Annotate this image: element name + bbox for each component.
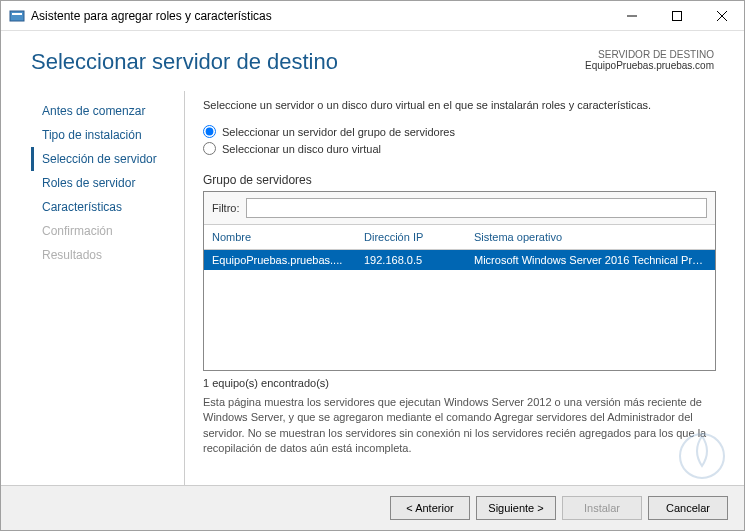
main-content: Seleccione un servidor o un disco duro v… <box>185 91 744 485</box>
body: Antes de comenzar Tipo de instalación Se… <box>1 83 744 485</box>
minimize-button[interactable] <box>609 1 654 31</box>
sidebar-item-before-begin[interactable]: Antes de comenzar <box>31 99 176 123</box>
column-ip[interactable]: Dirección IP <box>356 225 466 249</box>
sidebar-item-server-roles[interactable]: Roles de servidor <box>31 171 176 195</box>
table-row[interactable]: EquipoPruebas.pruebas.... 192.168.0.5 Mi… <box>204 250 715 270</box>
table-body: EquipoPruebas.pruebas.... 192.168.0.5 Mi… <box>204 250 715 370</box>
wizard-window: Asistente para agregar roles y caracterí… <box>0 0 745 531</box>
sidebar-item-features[interactable]: Características <box>31 195 176 219</box>
window-title: Asistente para agregar roles y caracterí… <box>31 9 609 23</box>
svg-rect-1 <box>12 13 22 15</box>
destination-label: SERVIDOR DE DESTINO <box>585 49 714 60</box>
radio-server-pool-label: Seleccionar un servidor del grupo de ser… <box>222 126 455 138</box>
header: Seleccionar servidor de destino SERVIDOR… <box>1 31 744 83</box>
next-button[interactable]: Siguiente > <box>476 496 556 520</box>
app-icon <box>9 8 25 24</box>
sidebar-item-confirmation: Confirmación <box>31 219 176 243</box>
sidebar: Antes de comenzar Tipo de instalación Se… <box>1 91 176 485</box>
close-button[interactable] <box>699 1 744 31</box>
radio-vhd-input[interactable] <box>203 142 216 155</box>
footer: < Anterior Siguiente > Instalar Cancelar <box>1 485 744 530</box>
window-controls <box>609 1 744 31</box>
previous-button[interactable]: < Anterior <box>390 496 470 520</box>
sidebar-item-server-selection[interactable]: Selección de servidor <box>31 147 176 171</box>
sidebar-item-install-type[interactable]: Tipo de instalación <box>31 123 176 147</box>
server-table: Nombre Dirección IP Sistema operativo Eq… <box>204 225 715 370</box>
column-name[interactable]: Nombre <box>204 225 356 249</box>
destination-info: SERVIDOR DE DESTINO EquipoPruebas.prueba… <box>585 49 714 71</box>
result-count: 1 equipo(s) encontrado(s) <box>203 377 716 389</box>
cell-os: Microsoft Windows Server 2016 Technical … <box>466 250 715 270</box>
cell-name: EquipoPruebas.pruebas.... <box>204 250 356 270</box>
titlebar: Asistente para agregar roles y caracterí… <box>1 1 744 31</box>
radio-server-pool-input[interactable] <box>203 125 216 138</box>
instruction-text: Seleccione un servidor o un disco duro v… <box>203 99 716 111</box>
filter-input[interactable] <box>246 198 708 218</box>
server-pool-label: Grupo de servidores <box>203 173 716 187</box>
svg-rect-0 <box>10 11 24 21</box>
page-title: Seleccionar servidor de destino <box>31 49 338 75</box>
table-header: Nombre Dirección IP Sistema operativo <box>204 225 715 250</box>
svg-rect-3 <box>672 11 681 20</box>
server-pool-panel: Filtro: Nombre Dirección IP Sistema oper… <box>203 191 716 371</box>
cancel-button[interactable]: Cancelar <box>648 496 728 520</box>
selection-radio-group: Seleccionar un servidor del grupo de ser… <box>203 125 716 159</box>
radio-server-pool[interactable]: Seleccionar un servidor del grupo de ser… <box>203 125 716 138</box>
install-button: Instalar <box>562 496 642 520</box>
maximize-button[interactable] <box>654 1 699 31</box>
radio-vhd[interactable]: Seleccionar un disco duro virtual <box>203 142 716 155</box>
filter-row: Filtro: <box>204 192 715 225</box>
filter-label: Filtro: <box>212 202 240 214</box>
radio-vhd-label: Seleccionar un disco duro virtual <box>222 143 381 155</box>
sidebar-item-results: Resultados <box>31 243 176 267</box>
description-text: Esta página muestra los servidores que e… <box>203 395 716 457</box>
cell-ip: 192.168.0.5 <box>356 250 466 270</box>
column-os[interactable]: Sistema operativo <box>466 225 715 249</box>
destination-server: EquipoPruebas.pruebas.com <box>585 60 714 71</box>
